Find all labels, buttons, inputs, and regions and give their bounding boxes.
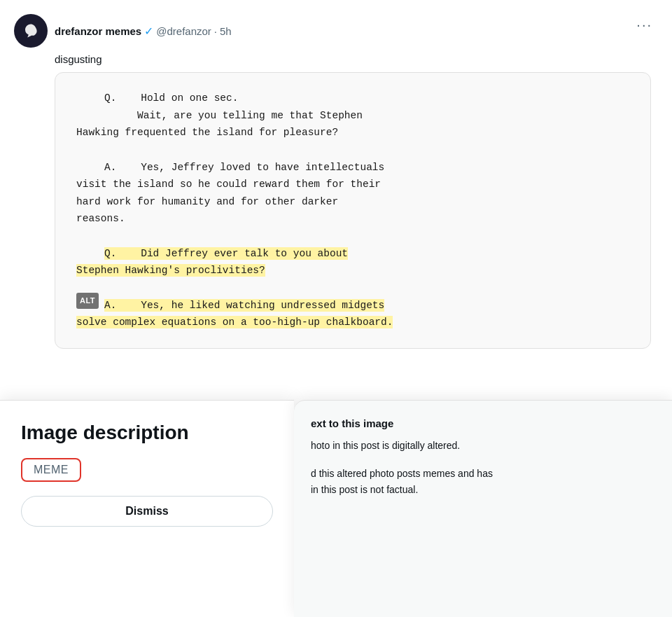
highlighted-text-1: Q. Did Jeffrey ever talk to you about — [104, 247, 348, 260]
doc-line-11: solve complex equations on a too-high-up… — [76, 314, 629, 331]
right-panel-text-2: d this altered photo posts memes and has — [311, 466, 655, 481]
tweet-subtitle: disgusting — [55, 53, 658, 65]
doc-line-10: A. Yes, he liked watching undressed midg… — [76, 297, 629, 314]
highlighted-text-4: solve complex equations on a too-high-up… — [76, 316, 393, 328]
doc-line-2: Wait, are you telling me that Stephen — [76, 107, 629, 125]
tweet-container: drefanzor memes ✓ @drefanzor · 5h ··· di… — [0, 0, 672, 349]
doc-line-5: visit the island so he could reward them… — [76, 176, 629, 193]
highlighted-text-3: A. Yes, he liked watching undressed midg… — [104, 299, 384, 312]
meme-tag-text: MEME — [34, 464, 69, 476]
dismiss-label: Dismiss — [125, 505, 168, 518]
more-options-button[interactable]: ··· — [631, 14, 658, 36]
doc-line-3: Hawking frequented the island for pleasu… — [76, 124, 629, 141]
doc-line-6: hard work for humanity and for other dar… — [76, 193, 629, 211]
image-description-title: Image description — [21, 422, 273, 444]
doc-line-8: Q. Did Jeffrey ever talk to you about — [76, 245, 629, 263]
alt-badge[interactable]: ALT — [76, 293, 99, 309]
author-name-row: drefanzor memes ✓ @drefanzor · 5h — [55, 25, 232, 38]
right-panel-text-3: in this post is not factual. — [311, 482, 655, 497]
image-description-panel: Image description MEME Dismiss — [0, 400, 294, 617]
doc-line-7: reasons. — [76, 210, 629, 228]
tweet-header: drefanzor memes ✓ @drefanzor · 5h ··· — [14, 14, 658, 48]
dismiss-button[interactable]: Dismiss — [21, 496, 273, 527]
right-panel-title: ext to this image — [311, 417, 655, 429]
meme-tag: MEME — [21, 458, 81, 482]
highlighted-text-2: Stephen Hawking's proclivities? — [76, 264, 265, 277]
author-handle: @drefanzor — [156, 25, 211, 37]
doc-line-1: Q. Hold on one sec. — [76, 90, 629, 107]
tweet-time: · — [214, 25, 217, 37]
tweet-author: drefanzor memes ✓ @drefanzor · 5h — [14, 14, 232, 48]
document-image: Q. Hold on one sec. Wait, are you tellin… — [55, 72, 651, 349]
author-name[interactable]: drefanzor memes — [55, 25, 141, 37]
doc-line-4: A. Yes, Jeffrey loved to have intellectu… — [76, 159, 629, 176]
author-info: drefanzor memes ✓ @drefanzor · 5h — [55, 25, 232, 38]
tweet-time-value: 5h — [220, 25, 232, 37]
doc-line-9: Stephen Hawking's proclivities? — [76, 262, 629, 279]
avatar[interactable] — [14, 14, 48, 48]
verified-badge: ✓ — [144, 25, 153, 38]
bottom-overlay: Image description MEME Dismiss ext to th… — [0, 400, 672, 617]
right-panel-text-1: hoto in this post is digitally altered. — [311, 438, 655, 453]
right-info-panel: ext to this image hoto in this post is d… — [294, 400, 672, 617]
